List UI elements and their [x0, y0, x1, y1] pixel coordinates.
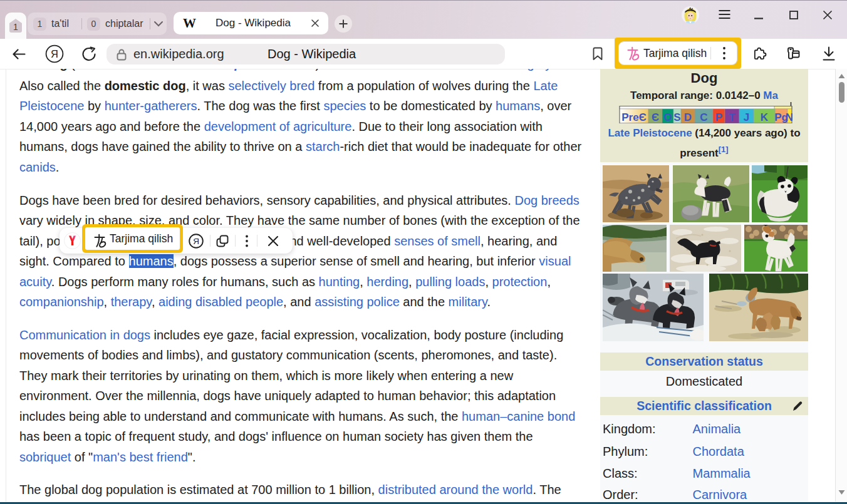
svg-text:Є: Є	[652, 111, 659, 123]
svg-text:P: P	[715, 111, 722, 123]
svg-text:D: D	[684, 111, 692, 123]
svg-text:PreЄ: PreЄ	[621, 111, 647, 123]
svg-text:O: O	[663, 111, 672, 123]
svg-text:T: T	[729, 111, 735, 123]
svg-text:Я: Я	[51, 48, 58, 59]
svg-text:1: 1	[13, 22, 18, 32]
svg-text:J: J	[744, 111, 749, 123]
svg-text:K: K	[761, 111, 769, 123]
svg-text:S: S	[673, 111, 680, 123]
svg-text:C: C	[700, 111, 707, 123]
svg-text:Я: Я	[193, 237, 199, 246]
svg-text:N: N	[786, 111, 792, 123]
